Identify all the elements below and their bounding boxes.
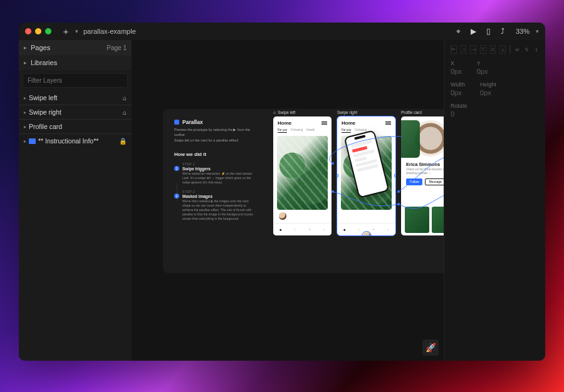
titlebar: ＋ ▾ parallax-example ⌖ ▶ ▯ ⤴ 33% ▾: [19, 23, 545, 40]
align-tools: ⊢ ⫶ ⊣ ⊤ ≡ ⊥ ⇄ ⇅ ⫿: [451, 45, 539, 54]
prop-x[interactable]: 0px: [451, 68, 462, 75]
align-bottom-icon[interactable]: ⊥: [499, 45, 506, 54]
canvas[interactable]: Parallax Preview the prototype by select…: [132, 40, 444, 361]
artboard-swipe-right[interactable]: Swipe right Home For you Following CERE: [337, 110, 395, 235]
share-icon[interactable]: ⤴: [498, 27, 507, 36]
layer-label: Swipe left: [29, 94, 58, 101]
layer-instructional-info[interactable]: ▸** Instructional Info** 🔒: [19, 134, 132, 148]
resize-handle[interactable]: [337, 234, 338, 235]
instructional-card: Parallax Preview the prototype by select…: [163, 109, 444, 273]
menu-icon: [385, 121, 391, 125]
layer-profile-card[interactable]: ▸Profile card: [19, 120, 132, 133]
zoom-level[interactable]: 33%: [512, 28, 530, 35]
layer-swipe-right[interactable]: ▸Swipe right ⌂: [19, 105, 132, 119]
align-center-h-icon[interactable]: ⫶: [461, 45, 467, 54]
device-preview-icon[interactable]: ▯: [484, 27, 493, 36]
publish-button[interactable]: 🚀: [422, 339, 439, 356]
lock-icon: 🔒: [119, 138, 127, 145]
prop-rotate[interactable]: 0: [451, 110, 467, 118]
profile-subtitle: Check out her floral artworks and amazin…: [406, 168, 444, 175]
align-middle-icon[interactable]: ≡: [490, 45, 496, 54]
info-desc-2: Swipe left on the card for a parallax ef…: [174, 138, 256, 143]
author-avatar: [278, 212, 287, 220]
play-prototype-icon[interactable]: ▶: [468, 27, 479, 36]
align-top-icon[interactable]: ⊤: [480, 45, 486, 54]
distribute-icon[interactable]: ⫿: [533, 45, 539, 54]
artboard-profile-card[interactable]: Profile card Erica Simmons Check out her…: [401, 110, 444, 235]
resize-handle[interactable]: [394, 234, 395, 235]
info-desc-1: Preview the prototype by selecting the ▶…: [174, 127, 256, 138]
align-right-icon[interactable]: ⊣: [470, 45, 476, 54]
resize-handle[interactable]: [337, 116, 338, 118]
resize-handle[interactable]: [394, 174, 395, 177]
profile-gallery: [405, 207, 444, 233]
leaf-photo: [277, 136, 328, 210]
tab-chevron-icon: ▾: [75, 28, 78, 34]
prop-height[interactable]: 0px: [480, 89, 496, 96]
flip-v-icon[interactable]: ⇅: [524, 45, 530, 54]
zoom-chevron-icon[interactable]: ▾: [536, 28, 539, 34]
folder-icon: [29, 138, 36, 144]
profile-name: Erica Simmons: [406, 162, 444, 167]
filter-layers-input[interactable]: [23, 73, 128, 88]
pages-label: Pages: [31, 44, 50, 51]
app-window: ＋ ▾ parallax-example ⌖ ▶ ▯ ⤴ 33% ▾ ▸Page…: [19, 23, 545, 361]
resize-handle[interactable]: [337, 174, 338, 177]
document-title: parallax-example: [83, 28, 136, 35]
layer-label: Swipe right: [29, 108, 61, 116]
inspector-panel: ⊢ ⫶ ⊣ ⊤ ≡ ⊥ ⇄ ⇅ ⫿ X0px Y0px Width0px Hei…: [444, 40, 545, 361]
home-icon: ⌂: [123, 95, 127, 101]
current-page: Page 1: [107, 44, 127, 51]
libraries-label: Libraries: [31, 59, 57, 66]
zoom-window[interactable]: [45, 28, 51, 34]
libraries-section[interactable]: ▸Libraries: [19, 55, 132, 70]
layer-label: Profile card: [29, 123, 62, 130]
pages-section[interactable]: ▸Pages Page 1: [19, 40, 132, 55]
leaf-decoration: [401, 120, 420, 158]
close-window[interactable]: [25, 28, 31, 34]
align-left-icon[interactable]: ⊢: [451, 45, 457, 54]
home-icon: ⌂: [273, 110, 276, 115]
prop-y[interactable]: 0px: [477, 68, 488, 75]
window-controls: [25, 28, 51, 34]
artboards: ⌂Swipe left Home For you Following Healt…: [273, 110, 444, 235]
layer-label: ** Instructional Info**: [38, 137, 98, 145]
menu-icon: [321, 121, 327, 125]
follow-button[interactable]: Follow: [406, 178, 422, 185]
layer-swipe-left[interactable]: ▸Swipe left ⌂: [19, 91, 132, 105]
resize-handle[interactable]: [394, 116, 395, 118]
flip-h-icon[interactable]: ⇄: [514, 45, 520, 54]
prop-width[interactable]: 0px: [451, 89, 465, 96]
minimize-window[interactable]: [35, 28, 41, 34]
add-tab-button[interactable]: ＋: [61, 27, 70, 36]
artboard-swipe-left[interactable]: ⌂Swipe left Home For you Following Healt…: [273, 110, 332, 235]
home-icon: ⌂: [123, 109, 127, 116]
home-tabs: For you Following Health: [273, 127, 332, 133]
left-panel: ▸Pages Page 1 ▸Libraries ▸Swipe left ⌂ ▸…: [19, 40, 132, 361]
cursor-tool-icon[interactable]: ⌖: [454, 27, 463, 36]
message-button[interactable]: Message: [425, 178, 444, 185]
tab-bar: ● ○ + ○: [273, 223, 332, 235]
